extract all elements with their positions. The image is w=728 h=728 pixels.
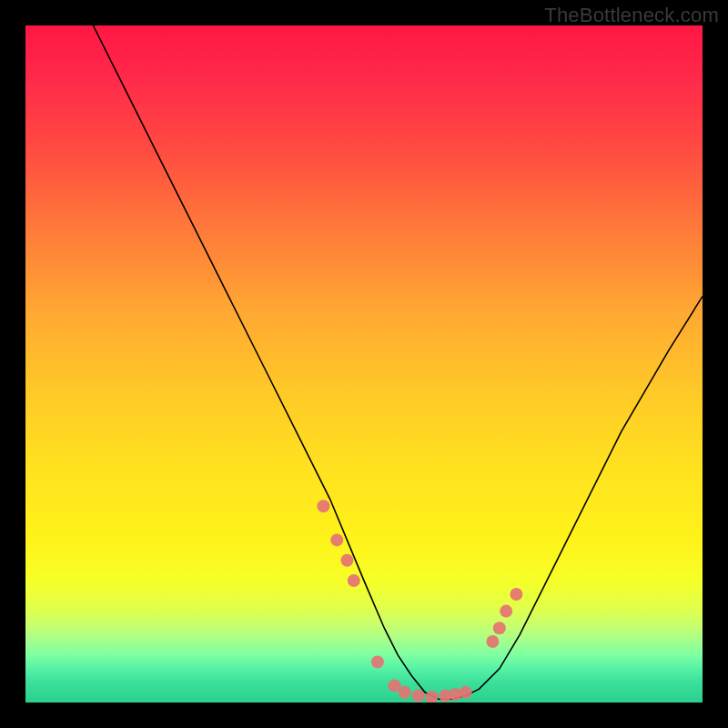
sample-point xyxy=(493,622,506,634)
sample-point xyxy=(330,533,343,546)
sample-point xyxy=(510,588,522,601)
sample-point xyxy=(486,635,499,648)
chart-frame: TheBottleneck.com xyxy=(0,0,728,728)
sample-point xyxy=(425,691,438,703)
sample-point xyxy=(371,655,384,668)
sample-point xyxy=(348,574,360,587)
sample-point xyxy=(340,554,353,567)
sample-point xyxy=(317,500,329,512)
sample-point xyxy=(460,686,472,699)
sample-points-group xyxy=(317,500,522,703)
watermark-text: TheBottleneck.com xyxy=(544,4,719,27)
sample-point xyxy=(399,686,411,699)
sample-point xyxy=(412,690,425,703)
sample-point xyxy=(500,605,512,618)
bottleneck-curve xyxy=(93,25,703,699)
plot-area xyxy=(25,25,703,703)
curve-layer xyxy=(25,25,703,703)
